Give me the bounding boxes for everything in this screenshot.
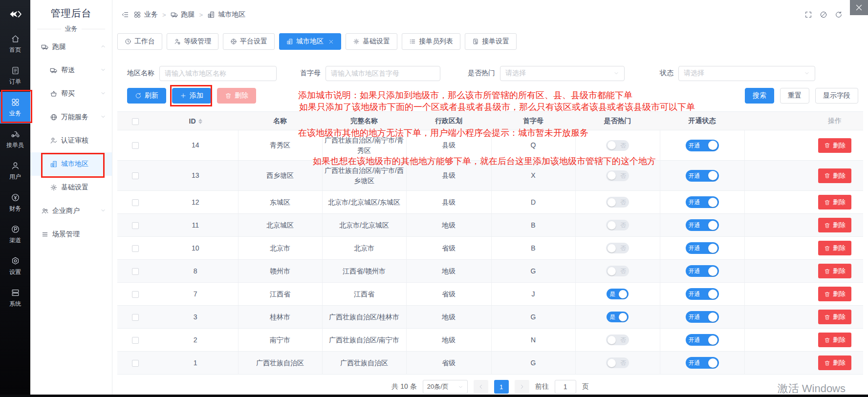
breadcrumb-item[interactable]: 城市地区 bbox=[207, 10, 245, 19]
refresh-button[interactable]: 刷新 bbox=[127, 88, 166, 104]
tab-order-settings[interactable]: 接单设置 bbox=[465, 33, 517, 50]
goto-page-input[interactable] bbox=[555, 380, 576, 394]
sidebar-item-help-send[interactable]: 帮送 bbox=[30, 59, 112, 82]
status-select[interactable]: 请选择 bbox=[678, 66, 815, 81]
hot-toggle-off[interactable]: 否 bbox=[606, 197, 629, 208]
tab-platform-settings[interactable]: 平台设置 bbox=[223, 33, 275, 50]
hot-toggle-off[interactable]: 否 bbox=[606, 266, 629, 276]
rail-item-finance[interactable]: 财务 bbox=[0, 187, 30, 219]
delete-button[interactable]: 删除 bbox=[818, 195, 851, 209]
rail-item-home[interactable]: 首页 bbox=[0, 28, 30, 60]
sidebar-item-help-buy[interactable]: 帮买 bbox=[30, 82, 112, 105]
app-logo[interactable] bbox=[0, 0, 30, 28]
row-checkbox[interactable] bbox=[132, 245, 139, 252]
reset-button[interactable]: 重置 bbox=[780, 88, 809, 104]
batch-delete-button[interactable]: 删除 bbox=[217, 88, 256, 104]
rail-item-users[interactable]: 用户 bbox=[0, 155, 30, 187]
delete-button[interactable]: 删除 bbox=[818, 138, 851, 153]
hot-toggle-off[interactable]: 否 bbox=[606, 243, 629, 253]
initial-input[interactable] bbox=[326, 66, 440, 81]
tab-basic-settings[interactable]: 基础设置 bbox=[346, 33, 397, 50]
prev-page-button[interactable] bbox=[474, 380, 488, 394]
sidebar-collapse-icon[interactable] bbox=[121, 11, 129, 19]
delete-button[interactable]: 删除 bbox=[818, 264, 851, 278]
sort-icon[interactable] bbox=[198, 119, 202, 124]
region-name-input[interactable] bbox=[159, 66, 277, 81]
row-checkbox[interactable] bbox=[132, 142, 139, 149]
rail-item-settings[interactable]: 设置 bbox=[0, 251, 30, 282]
rail-item-orders[interactable]: 订单 bbox=[0, 60, 30, 92]
row-checkbox[interactable] bbox=[132, 337, 139, 344]
row-checkbox[interactable] bbox=[132, 360, 139, 367]
rail-item-channels[interactable]: 渠道 bbox=[0, 219, 30, 251]
theme-icon[interactable] bbox=[820, 11, 827, 19]
hot-toggle-off[interactable]: 否 bbox=[606, 357, 629, 368]
open-status-toggle[interactable]: 开通 bbox=[686, 311, 719, 323]
sidebar-item-basic-settings[interactable]: 基础设置 bbox=[30, 176, 112, 199]
delete-button[interactable]: 删除 bbox=[818, 168, 851, 183]
select-all-checkbox[interactable] bbox=[132, 118, 139, 125]
rail-item-system[interactable]: 系统 bbox=[0, 282, 30, 314]
open-status-toggle[interactable]: 开通 bbox=[686, 357, 719, 369]
sidebar-item-enterprise[interactable]: 企业商户 bbox=[30, 199, 112, 223]
breadcrumb-item[interactable]: 跑腿 bbox=[171, 10, 195, 19]
tab-level-mgmt[interactable]: 等级管理 bbox=[167, 33, 218, 50]
row-checkbox[interactable] bbox=[132, 199, 139, 206]
column-header: 是否热门 bbox=[575, 112, 660, 130]
open-status-toggle[interactable]: 开通 bbox=[686, 288, 719, 300]
show-fields-button[interactable]: 显示字段 bbox=[815, 88, 858, 104]
add-button[interactable]: 添加 bbox=[172, 88, 211, 104]
reload-icon[interactable] bbox=[835, 11, 843, 19]
hot-toggle-on[interactable]: 是 bbox=[607, 312, 629, 322]
hot-toggle-off[interactable]: 否 bbox=[606, 220, 629, 230]
sidebar-item-city-region[interactable]: 城市地区 bbox=[30, 152, 112, 176]
delete-button[interactable]: 删除 bbox=[818, 333, 851, 347]
delete-button[interactable]: 删除 bbox=[818, 287, 851, 301]
next-page-button[interactable] bbox=[515, 380, 529, 394]
sidebar-item-errand[interactable]: 跑腿 bbox=[30, 35, 112, 59]
delete-button[interactable]: 删除 bbox=[818, 241, 851, 255]
page-size-select[interactable]: 20条/页 bbox=[423, 380, 468, 394]
open-status-toggle[interactable]: 开通 bbox=[686, 265, 719, 277]
column-header: ID bbox=[153, 112, 238, 130]
open-status-toggle[interactable]: 开通 bbox=[686, 242, 719, 254]
row-checkbox[interactable] bbox=[132, 172, 139, 179]
row-checkbox[interactable] bbox=[132, 268, 139, 275]
row-checkbox[interactable] bbox=[132, 222, 139, 229]
is-hot-select[interactable]: 请选择 bbox=[500, 66, 625, 81]
open-status-toggle[interactable]: 开通 bbox=[686, 170, 719, 182]
search-button[interactable]: 搜索 bbox=[745, 88, 774, 104]
open-status-toggle[interactable]: 开通 bbox=[686, 334, 719, 346]
tab-courier-list[interactable]: 接单员列表 bbox=[402, 33, 460, 50]
toolbar: 刷新 添加 删除 搜索 重置 显示字段 bbox=[127, 88, 858, 104]
delete-button[interactable]: 删除 bbox=[818, 310, 851, 324]
rail-item-business[interactable]: 业务 bbox=[0, 92, 30, 124]
hot-toggle-off[interactable]: 否 bbox=[606, 334, 629, 345]
row-checkbox[interactable] bbox=[132, 314, 139, 321]
tab-city-region[interactable]: 城市地区 bbox=[279, 33, 341, 50]
row-checkbox[interactable] bbox=[132, 291, 139, 298]
open-status-toggle[interactable]: 开通 bbox=[686, 219, 719, 231]
table-header: ID名称完整名称行政区划首字母是否热门开通状态操作 bbox=[117, 112, 863, 130]
finance-icon bbox=[11, 193, 20, 202]
delete-button[interactable]: 删除 bbox=[818, 355, 851, 370]
sidebar-item-universal-service[interactable]: 万能服务 bbox=[30, 105, 112, 129]
current-page[interactable]: 1 bbox=[494, 380, 509, 394]
sidebar-item-scene[interactable]: 场景管理 bbox=[30, 223, 112, 246]
hot-toggle-off[interactable]: 否 bbox=[606, 170, 629, 181]
fullscreen-icon[interactable] bbox=[804, 11, 812, 19]
building-icon bbox=[50, 160, 58, 168]
cell-letter: G bbox=[491, 352, 575, 375]
sidebar-item-auth-review[interactable]: 认证审核 bbox=[30, 129, 112, 152]
breadcrumb-item[interactable]: 业务 bbox=[133, 10, 158, 19]
table-body: 14 青秀区 广西壮族自治区/南宁市/青秀区 县级 Q 否 开通 删除 13 西… bbox=[117, 130, 863, 375]
open-status-toggle[interactable]: 开通 bbox=[686, 140, 719, 151]
tab-close-icon[interactable] bbox=[328, 39, 334, 44]
hot-toggle-on[interactable]: 是 bbox=[607, 289, 629, 299]
delete-button[interactable]: 删除 bbox=[818, 218, 851, 232]
hot-toggle-off[interactable]: 否 bbox=[606, 140, 629, 151]
window-close-button[interactable] bbox=[850, 0, 868, 15]
open-status-toggle[interactable]: 开通 bbox=[686, 196, 719, 208]
tab-workbench[interactable]: 工作台 bbox=[117, 33, 162, 50]
rail-item-couriers[interactable]: 接单员 bbox=[0, 124, 30, 155]
